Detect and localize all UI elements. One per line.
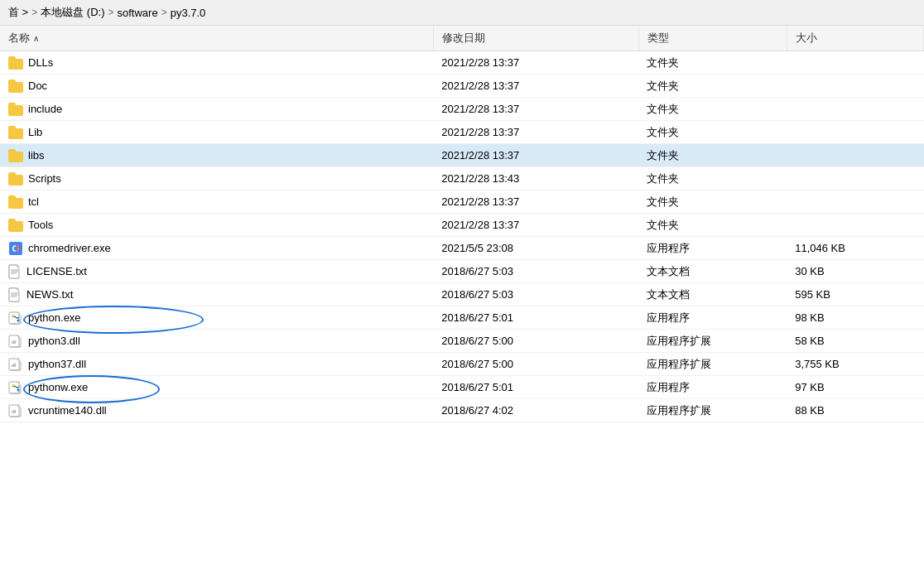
table-row[interactable]: dll python3.dll2018/6/27 5:00应用程序扩展58 KB bbox=[0, 330, 924, 353]
file-date: 2018/6/27 4:02 bbox=[433, 399, 638, 422]
file-date: 2021/2/28 13:37 bbox=[433, 51, 638, 75]
file-type: 文件夹 bbox=[638, 121, 787, 144]
python-icon bbox=[8, 380, 23, 395]
file-date: 2018/6/27 5:00 bbox=[433, 353, 638, 376]
folder-icon bbox=[8, 219, 23, 232]
file-name-cell[interactable]: dll python3.dll bbox=[0, 330, 433, 353]
file-date: 2018/6/27 5:00 bbox=[433, 330, 638, 353]
svg-point-12 bbox=[12, 314, 15, 316]
file-date: 2018/6/27 5:03 bbox=[433, 260, 638, 283]
col-header-type[interactable]: 类型 bbox=[638, 26, 787, 51]
file-type: 应用程序扩展 bbox=[638, 399, 787, 422]
file-name-cell[interactable]: include bbox=[0, 98, 433, 121]
file-size bbox=[787, 144, 923, 167]
file-type: 应用程序 bbox=[638, 306, 787, 330]
folder-icon bbox=[8, 126, 23, 139]
file-name-cell[interactable]: pythonw.exe bbox=[0, 376, 433, 399]
txt-icon bbox=[8, 264, 22, 279]
table-row[interactable]: dll vcruntime140.dll2018/6/27 4:02应用程序扩展… bbox=[0, 399, 924, 422]
file-name-cell[interactable]: python.exe bbox=[0, 306, 433, 330]
file-name-cell[interactable]: Lib bbox=[0, 121, 433, 144]
svg-point-20 bbox=[17, 388, 20, 391]
svg-point-19 bbox=[12, 383, 15, 386]
file-date: 2021/2/28 13:37 bbox=[433, 98, 638, 121]
python-icon bbox=[8, 311, 23, 325]
file-size bbox=[787, 214, 923, 237]
svg-text:dll: dll bbox=[12, 409, 16, 414]
file-type: 文本文档 bbox=[638, 260, 787, 283]
table-row[interactable]: libs2021/2/28 13:37文件夹 bbox=[0, 144, 924, 167]
breadcrumb-sep1: > bbox=[31, 7, 37, 18]
file-name-cell[interactable]: LICENSE.txt bbox=[0, 260, 433, 283]
txt-icon bbox=[8, 287, 22, 302]
file-date: 2018/6/27 5:01 bbox=[433, 306, 638, 330]
file-size: 30 KB bbox=[787, 260, 923, 283]
file-type: 文件夹 bbox=[638, 98, 787, 121]
table-header-row: 名称 修改日期 类型 大小 bbox=[0, 26, 924, 51]
breadcrumb-folder1[interactable]: software bbox=[118, 7, 158, 19]
file-name-cell[interactable]: chromedriver.exe bbox=[0, 237, 433, 260]
file-name-cell[interactable]: Doc bbox=[0, 75, 433, 98]
file-name-label: chromedriver.exe bbox=[28, 242, 111, 254]
file-type: 文件夹 bbox=[638, 51, 787, 75]
file-name-label: LICENSE.txt bbox=[26, 265, 87, 277]
svg-text:dll: dll bbox=[12, 363, 16, 368]
file-name-label: vcruntime140.dll bbox=[28, 404, 107, 417]
table-row[interactable]: Tools2021/2/28 13:37文件夹 bbox=[0, 214, 924, 237]
file-name-cell[interactable]: libs bbox=[0, 144, 433, 167]
table-row[interactable]: DLLs2021/2/28 13:37文件夹 bbox=[0, 51, 924, 75]
file-name-label: pythonw.exe bbox=[28, 381, 88, 393]
file-date: 2018/6/27 5:01 bbox=[433, 376, 638, 399]
table-row[interactable]: Doc2021/2/28 13:37文件夹 bbox=[0, 75, 924, 98]
table-row[interactable]: tcl2021/2/28 13:37文件夹 bbox=[0, 190, 924, 214]
file-size bbox=[787, 51, 923, 75]
table-row[interactable]: dll python37.dll2018/6/27 5:00应用程序扩展3,75… bbox=[0, 353, 924, 376]
table-row[interactable]: NEWS.txt2018/6/27 5:03文本文档595 KB bbox=[0, 283, 924, 306]
col-header-size[interactable]: 大小 bbox=[787, 26, 923, 51]
file-size: 98 KB bbox=[787, 306, 923, 330]
svg-text:dll: dll bbox=[12, 340, 16, 345]
breadcrumb-drive[interactable]: 本地磁盘 (D:) bbox=[41, 5, 104, 20]
table-row[interactable]: Scripts2021/2/28 13:43文件夹 bbox=[0, 167, 924, 190]
file-type: 应用程序扩展 bbox=[638, 353, 787, 376]
folder-icon bbox=[8, 149, 23, 162]
file-name-label: python37.dll bbox=[28, 358, 86, 370]
file-size: 3,755 KB bbox=[787, 353, 923, 376]
file-date: 2021/2/28 13:43 bbox=[433, 167, 638, 190]
file-name-label: libs bbox=[28, 149, 45, 161]
file-type: 应用程序扩展 bbox=[638, 330, 787, 353]
file-name-cell[interactable]: tcl bbox=[0, 190, 433, 214]
exe-chrome-icon bbox=[8, 241, 23, 256]
file-name-label: Scripts bbox=[28, 172, 61, 185]
table-row[interactable]: include2021/2/28 13:37文件夹 bbox=[0, 98, 924, 121]
file-type: 文件夹 bbox=[638, 75, 787, 98]
folder-icon bbox=[8, 172, 23, 186]
file-name-cell[interactable]: NEWS.txt bbox=[0, 283, 433, 306]
svg-point-13 bbox=[17, 319, 20, 321]
breadcrumb-folder2[interactable]: py3.7.0 bbox=[171, 7, 206, 19]
breadcrumb-sep3: > bbox=[161, 7, 167, 18]
table-row[interactable]: chromedriver.exe2021/5/5 23:08应用程序11,046… bbox=[0, 237, 924, 260]
col-header-date[interactable]: 修改日期 bbox=[433, 26, 638, 51]
file-date: 2021/2/28 13:37 bbox=[433, 75, 638, 98]
file-name-label: DLLs bbox=[28, 56, 53, 69]
file-name-cell[interactable]: Scripts bbox=[0, 167, 433, 190]
file-date: 2018/6/27 5:03 bbox=[433, 283, 638, 306]
file-name-label: tcl bbox=[28, 195, 39, 208]
file-name-label: python3.dll bbox=[28, 335, 80, 347]
col-header-name[interactable]: 名称 bbox=[0, 26, 433, 51]
file-name-cell[interactable]: DLLs bbox=[0, 51, 433, 75]
table-row[interactable]: pythonw.exe2018/6/27 5:01应用程序97 KB bbox=[0, 376, 924, 399]
file-name-cell[interactable]: dll python37.dll bbox=[0, 353, 433, 376]
table-row[interactable]: python.exe2018/6/27 5:01应用程序98 KB bbox=[0, 306, 924, 330]
breadcrumb: 首 > > 本地磁盘 (D:) > software > py3.7.0 bbox=[0, 0, 924, 26]
file-name-cell[interactable]: dll vcruntime140.dll bbox=[0, 399, 433, 422]
file-date: 2021/2/28 13:37 bbox=[433, 190, 638, 214]
breadcrumb-home[interactable]: 首 > bbox=[8, 5, 28, 20]
table-row[interactable]: Lib2021/2/28 13:37文件夹 bbox=[0, 121, 924, 144]
file-name-cell[interactable]: Tools bbox=[0, 214, 433, 237]
file-name-label: NEWS.txt bbox=[26, 288, 73, 301]
file-list-container: 名称 修改日期 类型 大小 DLLs2021/2/28 13:37文件夹Doc2… bbox=[0, 26, 924, 560]
file-size: 11,046 KB bbox=[787, 237, 923, 260]
table-row[interactable]: LICENSE.txt2018/6/27 5:03文本文档30 KB bbox=[0, 260, 924, 283]
